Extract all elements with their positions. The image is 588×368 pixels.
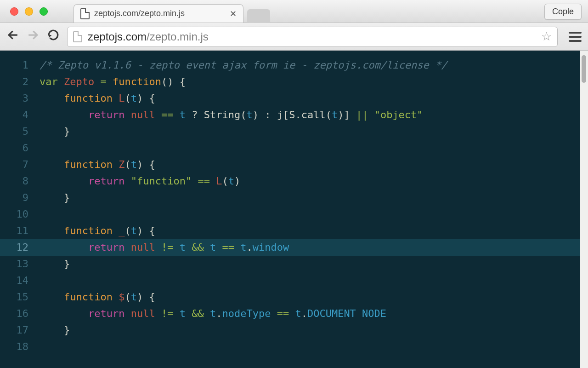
code-line <box>36 206 580 223</box>
code-line <box>36 140 580 156</box>
scrollbar-vertical[interactable] <box>580 51 588 368</box>
code-line <box>36 272 580 289</box>
new-tab-button[interactable] <box>247 9 270 22</box>
traffic-lights <box>10 7 48 16</box>
code-line: function Z(t) { <box>36 156 580 173</box>
bookmark-star-icon[interactable]: ☆ <box>541 29 552 44</box>
tab-close-icon[interactable]: ✕ <box>230 9 237 19</box>
line-number: 7 <box>0 156 36 173</box>
code-line: function $(t) { <box>36 289 580 305</box>
code-line: return "function" == L(t) <box>36 173 580 190</box>
tab-strip: zeptojs.com/zepto.min.js ✕ <box>74 0 270 23</box>
line-number: 11 <box>0 223 36 239</box>
line-number: 4 <box>0 107 36 123</box>
code-line: } <box>36 256 580 272</box>
back-button[interactable] <box>6 29 19 44</box>
code-line: function L(t) { <box>36 90 580 107</box>
code-line: return null != t && t == t.window <box>36 239 580 256</box>
browser-toolbar: zeptojs.com/zepto.min.js ☆ <box>0 23 588 51</box>
extension-button[interactable]: Cople <box>544 4 582 20</box>
line-number: 15 <box>0 289 36 305</box>
line-number: 8 <box>0 173 36 190</box>
line-number-gutter: 123456789101112131415161718 <box>0 51 36 368</box>
file-icon <box>80 8 90 19</box>
browser-tab-active[interactable]: zeptojs.com/zepto.min.js ✕ <box>74 4 243 23</box>
line-number: 5 <box>0 123 36 140</box>
menu-button[interactable] <box>569 32 582 42</box>
line-number: 17 <box>0 322 36 339</box>
line-number: 14 <box>0 272 36 289</box>
code-line: function _(t) { <box>36 223 580 239</box>
line-number: 18 <box>0 339 36 355</box>
code-line: /* Zepto v1.1.6 - zepto event ajax form … <box>36 57 580 74</box>
line-number: 13 <box>0 256 36 272</box>
url-text: zeptojs.com/zepto.min.js <box>88 30 536 43</box>
source-viewer: 123456789101112131415161718 /* Zepto v1.… <box>0 51 588 368</box>
line-number: 10 <box>0 206 36 223</box>
line-number: 6 <box>0 140 36 156</box>
line-number: 2 <box>0 74 36 90</box>
forward-button[interactable] <box>27 29 40 44</box>
window-zoom-button[interactable] <box>40 7 48 16</box>
line-number: 1 <box>0 57 36 74</box>
line-number: 3 <box>0 90 36 107</box>
code-line: } <box>36 190 580 206</box>
code-line: return null != t && t.nodeType == t.DOCU… <box>36 305 580 322</box>
page-icon <box>73 31 82 42</box>
window-close-button[interactable] <box>10 7 18 16</box>
code-line: } <box>36 123 580 140</box>
code-content[interactable]: /* Zepto v1.1.6 - zepto event ajax form … <box>36 51 580 368</box>
scrollbar-thumb[interactable] <box>582 55 586 83</box>
address-bar[interactable]: zeptojs.com/zepto.min.js ☆ <box>67 27 558 47</box>
line-number: 16 <box>0 305 36 322</box>
code-line: return null == t ? String(t) : j[S.call(… <box>36 107 580 123</box>
code-line: } <box>36 322 580 339</box>
code-line <box>36 339 580 355</box>
code-line: var Zepto = function() { <box>36 74 580 90</box>
window-minimize-button[interactable] <box>25 7 33 16</box>
reload-button[interactable] <box>47 29 60 44</box>
line-number: 12 <box>0 239 36 256</box>
tab-title: zeptojs.com/zepto.min.js <box>94 9 185 18</box>
window-titlebar: zeptojs.com/zepto.min.js ✕ Cople <box>0 0 588 23</box>
line-number: 9 <box>0 190 36 206</box>
